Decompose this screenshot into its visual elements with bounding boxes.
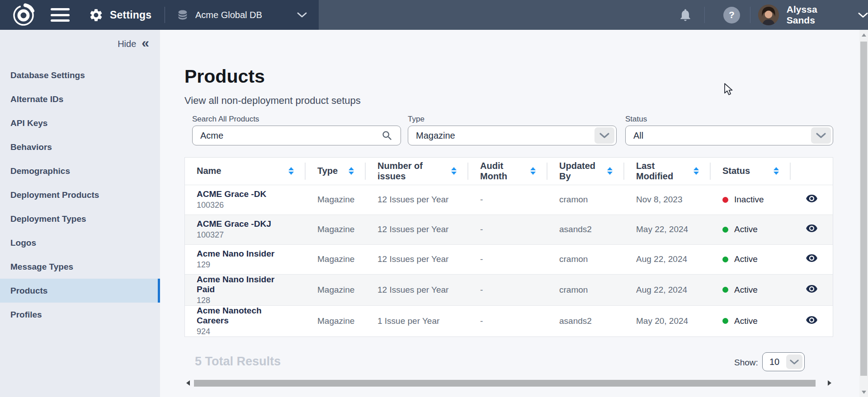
view-icon[interactable] [806, 252, 818, 264]
sort-icon[interactable] [693, 167, 699, 175]
sidebar-item-label: API Keys [10, 118, 47, 128]
sidebar-item-profiles[interactable]: Profiles [0, 303, 160, 327]
status-dot [722, 287, 728, 293]
sidebar-item-api-keys[interactable]: API Keys [0, 111, 160, 135]
search-input[interactable] [193, 126, 381, 145]
chevron-down-icon [786, 355, 802, 369]
search-field [192, 126, 401, 145]
sort-icon[interactable] [607, 167, 613, 175]
view-icon[interactable] [806, 283, 818, 295]
product-audit-month: - [468, 185, 547, 215]
product-type: Magazine [306, 185, 366, 215]
sort-icon[interactable] [288, 167, 294, 175]
horizontal-scrollbar[interactable] [184, 379, 833, 387]
sidebar-collapse-button[interactable]: Hide « [118, 38, 149, 50]
view-column-header [791, 158, 833, 185]
sidebar-item-label: Demographics [10, 166, 70, 176]
vertical-scrollbar-thumb[interactable] [860, 42, 867, 376]
product-updated-by: cramon [547, 244, 624, 274]
product-type: Magazine [306, 244, 366, 274]
page-size-value: 10 [763, 357, 786, 367]
product-issues: 12 Issues per Year [366, 244, 468, 274]
chevron-down-icon [594, 127, 614, 144]
database-selector[interactable]: Acme Global DB [176, 0, 307, 30]
sidebar-item-demographics[interactable]: Demographics [0, 159, 160, 183]
user-menu[interactable]: Alyssa Sands [758, 0, 868, 30]
product-id: 129 [197, 260, 294, 270]
product-issues: 12 Issues per Year [366, 215, 468, 244]
database-name: Acme Global DB [195, 10, 290, 20]
product-audit-month: - [468, 215, 547, 244]
sidebar-item-deployment-types[interactable]: Deployment Types [0, 207, 160, 231]
sidebar-item-products[interactable]: Products [0, 279, 160, 303]
sidebar-item-behaviors[interactable]: Behaviors [0, 135, 160, 159]
view-icon[interactable] [806, 222, 818, 234]
product-issues: 1 Issue per Year [366, 305, 468, 336]
scroll-up-icon[interactable] [859, 30, 868, 40]
status-badge: Active [734, 254, 758, 264]
page-size-select[interactable]: 10 [762, 352, 805, 371]
app-logo[interactable] [12, 3, 35, 27]
table-row[interactable]: ACME Grace -DKJ 100327 Magazine 12 Issue… [185, 215, 833, 244]
sidebar-item-label: Message Types [10, 262, 73, 272]
vertical-scrollbar[interactable] [859, 30, 868, 397]
help-icon: ? [723, 7, 740, 23]
sidebar-item-message-types[interactable]: Message Types [0, 255, 160, 279]
sidebar-item-deployment-products[interactable]: Deployment Products [0, 183, 160, 207]
status-label: Status [625, 115, 647, 124]
sidebar-item-label: Deployment Types [10, 214, 86, 224]
search-label: Search All Products [192, 115, 259, 124]
sidebar-nav: Database Settings Alternate IDs API Keys… [0, 63, 160, 327]
menu-icon[interactable] [51, 8, 70, 22]
table-row[interactable]: Acme Nano Insider 129 Magazine 12 Issues… [185, 244, 833, 274]
type-label: Type [408, 115, 425, 124]
product-id: 100327 [197, 230, 294, 240]
sort-icon[interactable] [530, 167, 536, 175]
scroll-left-icon[interactable] [184, 380, 192, 386]
status-badge: Active [734, 224, 758, 234]
column-header-last-modified: Last Modified [624, 158, 711, 185]
sidebar-item-logos[interactable]: Logos [0, 231, 160, 255]
total-results: 5 Total Results [195, 355, 281, 369]
topbar-divider [750, 7, 750, 23]
type-select[interactable]: Magazine [408, 126, 617, 145]
scroll-right-icon[interactable] [826, 380, 833, 386]
sidebar-item-label: Logos [10, 238, 36, 248]
notifications-button[interactable] [678, 0, 693, 30]
sidebar-item-alternate-ids[interactable]: Alternate IDs [0, 87, 160, 111]
products-table: Name Type Number of issues Audit Month U… [184, 157, 833, 337]
column-header-label: Name [197, 166, 221, 176]
table-row[interactable]: Acme Nano Insider Paid 128 Magazine 12 I… [185, 274, 833, 305]
product-audit-month: - [468, 305, 547, 336]
sort-icon[interactable] [451, 167, 457, 175]
scroll-down-icon[interactable] [859, 387, 868, 397]
product-name: ACME Grace -DK [197, 189, 294, 199]
horizontal-scrollbar-thumb[interactable] [194, 380, 816, 387]
view-icon[interactable] [806, 314, 818, 326]
column-header-label: Updated By [559, 161, 607, 182]
sidebar-item-label: Deployment Products [10, 190, 99, 200]
status-dot [722, 227, 728, 233]
table-row[interactable]: Acme Nanotech Careers 924 Magazine 1 Iss… [185, 305, 833, 336]
help-button[interactable]: ? [723, 0, 740, 30]
topbar: Settings Acme Global DB ? [0, 0, 868, 30]
view-icon[interactable] [806, 192, 818, 205]
product-name: Acme Nano Insider Paid [197, 275, 294, 294]
table-body: ACME Grace -DK 100326 Magazine 12 Issues… [185, 185, 833, 336]
sidebar-item-label: Products [10, 286, 47, 296]
topbar-divider [704, 7, 705, 23]
table-row[interactable]: ACME Grace -DK 100326 Magazine 12 Issues… [185, 185, 833, 215]
product-last-modified: Aug 22, 2024 [624, 244, 711, 274]
sidebar-item-database-settings[interactable]: Database Settings [0, 63, 160, 87]
settings-nav[interactable]: Settings [89, 0, 151, 30]
sort-icon[interactable] [774, 167, 779, 175]
product-name: ACME Grace -DKJ [197, 219, 294, 229]
sort-icon[interactable] [349, 167, 354, 175]
settings-label: Settings [110, 9, 151, 21]
mouse-cursor [723, 83, 735, 98]
status-select[interactable]: All [625, 126, 833, 145]
status-value: All [626, 131, 811, 141]
search-icon[interactable] [381, 130, 393, 142]
column-header-updated-by: Updated By [547, 158, 624, 185]
product-audit-month: - [468, 244, 547, 274]
